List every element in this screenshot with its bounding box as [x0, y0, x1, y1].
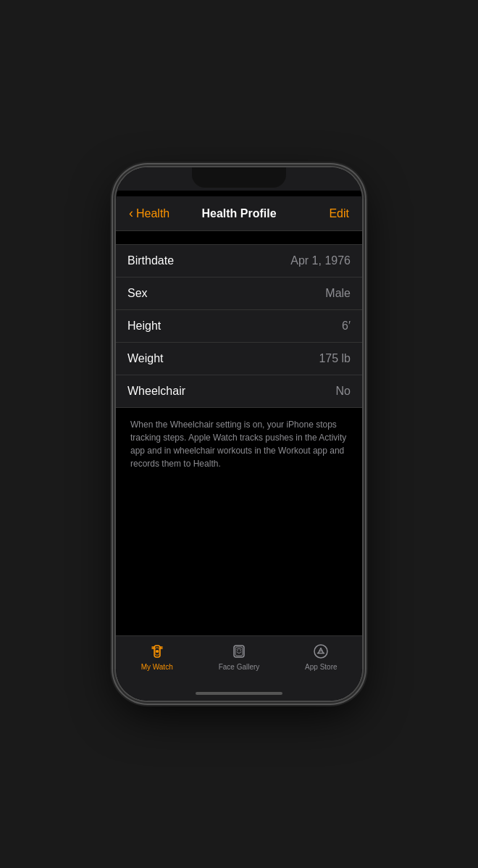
table-row: Weight 175 lb — [116, 343, 362, 375]
phone-frame: 10:09 ‹ — [116, 167, 362, 701]
signal-bar-4 — [309, 183, 311, 190]
table-row: Wheelchair No — [116, 375, 362, 407]
app-store-tab-label: App Store — [305, 663, 337, 671]
wifi-icon — [316, 182, 327, 191]
svg-point-9 — [237, 650, 238, 651]
height-label: Height — [127, 320, 161, 333]
tab-face-gallery[interactable]: Face Gallery — [198, 642, 280, 671]
home-bar — [196, 692, 282, 695]
sex-value: Male — [325, 287, 351, 300]
content-area: Birthdate Apr 1, 1976 Sex Male Height 6′… — [116, 231, 362, 635]
status-time: 10:09 — [130, 180, 156, 192]
notch — [192, 167, 286, 188]
status-icons — [300, 182, 348, 191]
weight-label: Weight — [127, 352, 164, 365]
wheelchair-value: No — [336, 385, 351, 398]
svg-point-6 — [156, 650, 159, 653]
my-watch-tab-label: My Watch — [141, 663, 173, 671]
back-label: Health — [136, 207, 169, 220]
home-indicator — [116, 686, 362, 701]
back-button[interactable]: ‹ Health — [129, 206, 169, 221]
page-title: Health Profile — [201, 207, 276, 220]
table-row: Birthdate Apr 1, 1976 — [116, 245, 362, 277]
tab-bar: My Watch Face Gallery — [116, 635, 362, 686]
tab-my-watch[interactable]: My Watch — [116, 642, 198, 671]
height-value: 6′ — [342, 320, 351, 333]
signal-bar-3 — [306, 185, 309, 190]
table-row: Sex Male — [116, 277, 362, 310]
tab-app-store[interactable]: App Store — [280, 642, 362, 671]
sex-label: Sex — [127, 287, 148, 300]
signal-bar-2 — [303, 186, 305, 190]
profile-table: Birthdate Apr 1, 1976 Sex Male Height 6′… — [116, 244, 362, 408]
battery-fill — [334, 184, 344, 188]
app-store-icon — [311, 642, 330, 661]
edit-button[interactable]: Edit — [329, 207, 349, 220]
birthdate-label: Birthdate — [127, 254, 174, 267]
weight-value: 175 lb — [319, 352, 351, 365]
svg-point-10 — [240, 650, 241, 651]
battery-icon — [332, 183, 348, 191]
wheelchair-disclaimer: When the Wheelchair setting is on, your … — [116, 408, 362, 480]
wheelchair-label: Wheelchair — [127, 385, 185, 398]
birthdate-value: Apr 1, 1976 — [290, 254, 351, 267]
signal-bars — [300, 183, 312, 190]
nav-bar: ‹ Health Health Profile Edit — [116, 196, 362, 231]
table-row: Height 6′ — [116, 310, 362, 343]
signal-bar-1 — [300, 188, 302, 190]
my-watch-icon — [148, 642, 167, 661]
face-gallery-icon — [230, 642, 248, 661]
back-chevron-icon: ‹ — [129, 206, 133, 221]
screen: 10:09 ‹ — [116, 167, 362, 701]
face-gallery-tab-label: Face Gallery — [219, 663, 260, 671]
